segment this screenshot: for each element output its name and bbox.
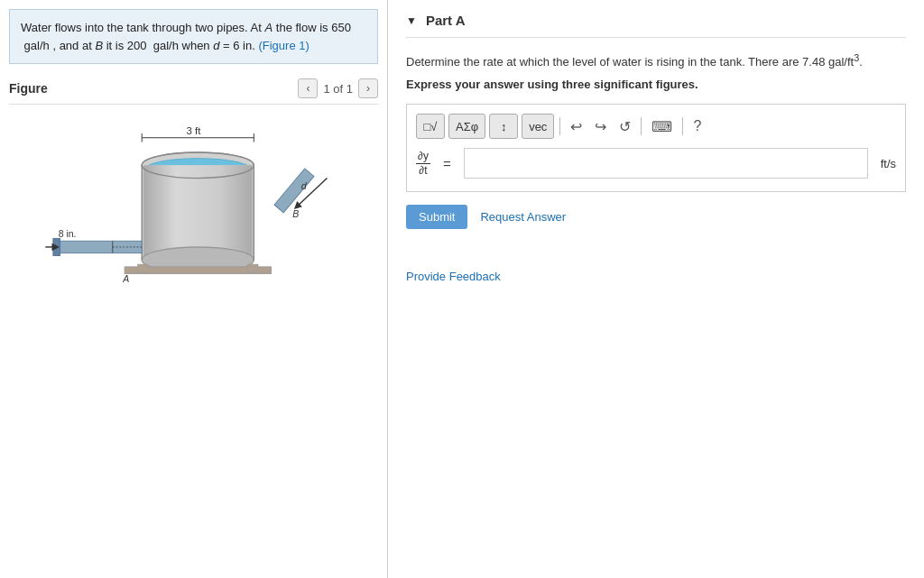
derivative-numerator: ∂y — [416, 150, 430, 163]
svg-rect-13 — [137, 264, 147, 273]
figure-svg: 3 ft — [9, 114, 378, 303]
toolbar-separator-2 — [641, 117, 642, 135]
request-answer-link[interactable]: Request Answer — [480, 210, 566, 224]
provide-feedback-section: Provide Feedback — [388, 269, 924, 283]
answer-input[interactable] — [464, 148, 868, 179]
question-text-line2: Express your answer using three signific… — [406, 78, 906, 91]
svg-text:A: A — [122, 273, 129, 284]
problem-statement: Water flows into the tank through two pi… — [9, 9, 378, 64]
toolbar: □√ ΑΣφ ↕ vec ↩ ↪ ↺ ⌨ ? — [416, 114, 896, 139]
svg-rect-20 — [274, 169, 314, 213]
part-toggle[interactable]: ▼ — [406, 14, 417, 27]
nav-count: 1 of 1 — [323, 82, 353, 96]
svg-rect-14 — [248, 264, 258, 273]
figure-nav: ‹ 1 of 1 › — [298, 78, 378, 98]
figure-link[interactable]: (Figure 1) — [258, 39, 309, 52]
unit-label: ft/s — [881, 157, 896, 170]
derivative-denominator: ∂t — [417, 164, 429, 177]
derivative-fraction: ∂y ∂t — [416, 150, 430, 177]
toolbar-undo-btn[interactable]: ↩ — [566, 114, 587, 139]
right-panel: ▼ Part A Determine the rate at which the… — [388, 0, 924, 578]
question-text-line1: Determine the rate at which the level of… — [406, 50, 906, 72]
toolbar-keyboard-btn[interactable]: ⌨ — [647, 114, 677, 139]
submit-button[interactable]: Submit — [406, 205, 467, 229]
part-label: Part A — [426, 13, 466, 28]
part-section: ▼ Part A Determine the rate at which the… — [388, 0, 924, 242]
equals-sign: = — [443, 156, 451, 171]
toolbar-help-btn[interactable]: ? — [688, 114, 706, 139]
figure-image: 3 ft — [9, 114, 378, 303]
toolbar-separator-3 — [682, 117, 683, 135]
provide-feedback-link[interactable]: Provide Feedback — [406, 270, 501, 283]
toolbar-greek-btn[interactable]: ΑΣφ — [448, 114, 485, 139]
input-box-area: □√ ΑΣφ ↕ vec ↩ ↪ ↺ ⌨ ? — [406, 104, 906, 192]
answer-row: ∂y ∂t = ft/s — [416, 148, 896, 179]
figure-section: Figure ‹ 1 of 1 › 3 ft — [9, 73, 378, 569]
toolbar-vec-btn[interactable]: vec — [522, 114, 554, 139]
svg-rect-15 — [56, 241, 142, 252]
action-row: Submit Request Answer — [406, 205, 906, 229]
svg-text:3 ft: 3 ft — [187, 125, 202, 136]
toolbar-redo-btn[interactable]: ↪ — [590, 114, 611, 139]
figure-header: Figure ‹ 1 of 1 › — [9, 73, 378, 105]
toolbar-sqrt-btn[interactable]: □√ — [416, 114, 445, 139]
svg-rect-7 — [143, 165, 252, 260]
svg-text:B: B — [292, 208, 299, 219]
figure-title: Figure — [9, 81, 48, 96]
svg-text:8 in.: 8 in. — [59, 228, 77, 239]
nav-next-button[interactable]: › — [358, 78, 378, 98]
nav-prev-button[interactable]: ‹ — [298, 78, 318, 98]
toolbar-refresh-btn[interactable]: ↺ — [614, 114, 635, 139]
toolbar-separator-1 — [559, 117, 560, 135]
toolbar-updown-btn[interactable]: ↕ — [489, 114, 518, 139]
part-header: ▼ Part A — [406, 13, 906, 38]
left-panel: Water flows into the tank through two pi… — [0, 0, 388, 578]
